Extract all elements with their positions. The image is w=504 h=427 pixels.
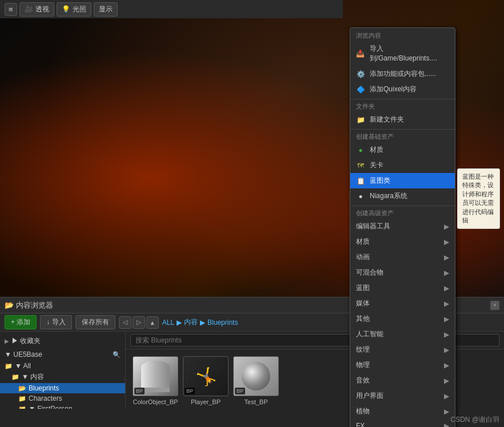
tooltip-text: 蓝图是一种特殊类，设计师和程序员可以无需进行代码编辑 [462,173,494,224]
asset-label-ColorObject_BP: ColorObject_BP [133,398,178,405]
section-content-label: 浏览内容 [350,30,455,41]
display-label: 显示 [99,5,113,14]
advanced-item-fx[interactable]: FX▶ [350,419,455,427]
tree-item-▼-firstperson[interactable]: 📁▼ FirstPerson [0,404,125,409]
blueprint-menu-item[interactable]: 📋 蓝图类 [350,173,455,188]
add-button[interactable]: + 添加 [5,315,37,329]
lighting-button[interactable]: 💡 光照 [57,2,91,17]
collections-header[interactable]: ▶ ▶ 收藏夹 [5,335,121,347]
map-menu-item[interactable]: 🗺 关卡 [350,158,455,173]
tree-item-characters[interactable]: 📁Characters [0,393,125,404]
add-feature-menu-item[interactable]: ⚙️ 添加功能或内容包...... [350,66,455,82]
tree-search-icon[interactable]: 🔍 [113,351,121,358]
add-feature-icon: ⚙️ [356,70,365,79]
new-folder-menu-item[interactable]: 📁 新建文件夹 [350,112,455,127]
section-advanced-label: 创建高级资产 [350,208,455,219]
advanced-item-蓝图[interactable]: 蓝图▶ [350,280,455,296]
blueprint-icon: 📋 [356,176,365,186]
tree-items-container: 📁▼ All📁▼ 内容📂Blueprints📁Characters📁▼ Firs… [0,361,125,409]
breadcrumb-content: 内容 [184,317,198,327]
advanced-item-音效[interactable]: 音效▶ [350,373,455,388]
add-quixel-menu-item[interactable]: 🔷 添加Quixel内容 [350,82,455,97]
content-browser-title: 内容浏览器 [16,300,53,311]
menu-button[interactable]: ≡ [5,3,17,16]
tree-item-▼-all[interactable]: 📁▼ All [0,361,125,371]
niagara-menu-item[interactable]: ● Niagara系统 [350,188,455,204]
advanced-item-物理[interactable]: 物理▶ [350,357,455,373]
lighting-label: 光照 [73,5,86,14]
watermark: CSDN @谢白羽 [450,415,499,425]
asset-thumbnail-Test_BP: BP [233,356,279,396]
nav-buttons: ◁ ▷ ▲ [119,316,159,329]
asset-thumbnail-Player_BP: 🤸 BP [183,356,229,396]
tooltip-popup: 蓝图是一种特殊类，设计师和程序员可以无需进行代码编辑 [457,168,500,229]
divider-1 [350,99,455,99]
advanced-item-动画[interactable]: 动画▶ [350,249,455,265]
section-asset-label: 创建基础资产 [350,131,455,142]
asset-thumbnail-ColorObject_BP: BP [133,356,178,396]
divider-3 [350,206,455,206]
context-menu: 浏览内容 📥 导入到/Game/Blueprints.... ⚙️ 添加功能或内… [350,27,455,427]
asset-tree: ▶ ▶ 收藏夹 ▼ UE5Base 🔍 📁▼ All📁▼ 内容📂Blueprin… [0,332,126,409]
quixel-icon: 🔷 [356,85,365,94]
save-all-button[interactable]: 保存所有 [75,315,115,329]
advanced-item-纹理[interactable]: 纹理▶ [350,342,455,357]
close-button[interactable]: × [490,301,499,310]
folder-icon: 📁 [356,115,365,124]
asset-label-Player_BP: Player_BP [191,398,221,405]
display-button[interactable]: 显示 [94,2,118,17]
asset-label-Test_BP: Test_BP [245,398,268,405]
tree-item-blueprints[interactable]: 📂Blueprints [0,383,125,393]
perspective-label: 透视 [35,5,49,14]
section-file-label: 文件夹 [350,101,455,112]
top-toolbar: ≡ 🎥 透视 💡 光照 显示 [0,0,343,18]
nav-back-button[interactable]: ◁ [119,316,131,329]
import-icon: 📥 [356,49,365,58]
asset-item-player_bp[interactable]: 🤸 BP Player_BP [183,356,229,405]
perspective-button[interactable]: 🎥 透视 [19,2,54,17]
nav-forward-button[interactable]: ▷ [133,316,145,329]
content-browser-title-area: 📂 内容浏览器 [5,300,53,311]
breadcrumb-blueprints[interactable]: Blueprints [207,319,238,327]
advanced-item-用户界面[interactable]: 用户界面▶ [350,388,455,404]
perspective-icon: 🎥 [25,5,33,13]
cb-icon: 📂 [5,301,14,309]
hamburger-icon: ≡ [9,5,13,14]
breadcrumb-all: ALL [162,319,174,327]
ue5base-section: ▼ UE5Base 🔍 [0,348,125,361]
breadcrumb: ALL ▶ 内容 ▶ Blueprints [162,317,238,327]
tree-item-▼-内容[interactable]: 📁▼ 内容 [0,371,125,383]
advanced-item-可混合物[interactable]: 可混合物▶ [350,265,455,280]
advanced-items-container: 编辑器工具▶材质▶动画▶可混合物▶蓝图▶媒体▶其他▶人工智能▶纹理▶物理▶音效▶… [350,219,455,427]
lighting-icon: 💡 [62,5,70,13]
nav-up-button[interactable]: ▲ [146,316,159,329]
material-icon: ● [356,146,365,155]
advanced-item-材质[interactable]: 材质▶ [350,234,455,249]
map-icon: 🗺 [356,161,365,170]
import-menu-item[interactable]: 📥 导入到/Game/Blueprints.... [350,41,455,66]
asset-item-test_bp[interactable]: BP Test_BP [233,356,279,405]
advanced-item-人工智能[interactable]: 人工智能▶ [350,327,455,342]
ue5base-header[interactable]: ▼ UE5Base 🔍 [5,349,121,360]
advanced-item-媒体[interactable]: 媒体▶ [350,296,455,311]
collections-section: ▶ ▶ 收藏夹 [0,334,125,348]
material-menu-item[interactable]: ● 材质 [350,142,455,158]
divider-2 [350,129,455,130]
advanced-item-编辑器工具[interactable]: 编辑器工具▶ [350,219,455,234]
asset-item-colorobject_bp[interactable]: BP ColorObject_BP [133,356,178,405]
niagara-icon: ● [356,192,365,201]
import-button[interactable]: ↓ 导入 [40,315,71,329]
advanced-item-植物[interactable]: 植物▶ [350,404,455,419]
advanced-item-其他[interactable]: 其他▶ [350,311,455,327]
